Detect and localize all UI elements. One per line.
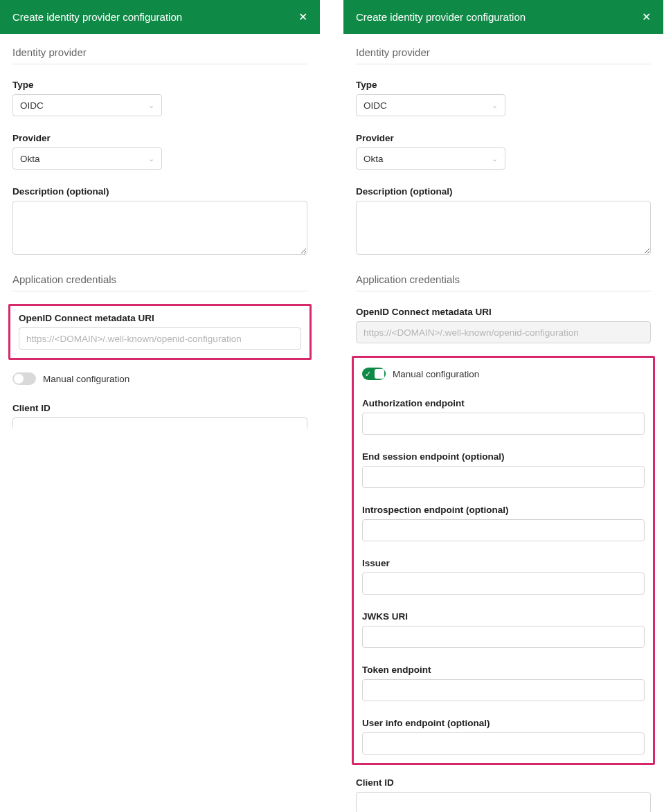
client-id-input[interactable] xyxy=(12,417,307,428)
description-textarea[interactable] xyxy=(356,201,651,255)
provider-label: Provider xyxy=(12,133,307,143)
description-label: Description (optional) xyxy=(12,186,307,197)
field-introspection: Introspection endpoint (optional) xyxy=(362,505,645,541)
userinfo-input[interactable] xyxy=(362,732,645,755)
type-select[interactable]: OIDC ⌄ xyxy=(356,94,505,116)
field-type: Type OIDC ⌄ xyxy=(356,80,651,116)
manual-config-label: Manual configuration xyxy=(393,369,479,379)
metadata-uri-label: OpenID Connect metadata URI xyxy=(356,307,651,317)
field-metadata-uri: OpenID Connect metadata URI xyxy=(356,307,651,343)
introspection-label: Introspection endpoint (optional) xyxy=(362,505,645,515)
field-end-session: End session endpoint (optional) xyxy=(362,451,645,488)
chevron-down-icon: ⌄ xyxy=(148,154,154,163)
client-id-input[interactable] xyxy=(356,792,651,812)
description-textarea[interactable] xyxy=(12,201,307,255)
type-select[interactable]: OIDC ⌄ xyxy=(12,94,162,116)
field-issuer: Issuer xyxy=(362,558,645,595)
client-id-label: Client ID xyxy=(12,403,307,413)
token-endpoint-input[interactable] xyxy=(362,679,645,701)
provider-value: Okta xyxy=(20,154,40,164)
section-application-credentials: Application credentials xyxy=(356,273,651,291)
field-description: Description (optional) xyxy=(356,186,651,257)
field-userinfo: User info endpoint (optional) xyxy=(362,718,645,755)
chevron-down-icon: ⌄ xyxy=(148,101,154,110)
callout-metadata-uri: OpenID Connect metadata URI xyxy=(8,304,312,360)
manual-config-label: Manual configuration xyxy=(43,374,129,384)
field-auth-endpoint: Authorization endpoint xyxy=(362,398,645,435)
close-icon[interactable]: ✕ xyxy=(642,12,651,23)
jwks-input[interactable] xyxy=(362,626,645,648)
callout-manual-config: ✓ Manual configuration Authorization end… xyxy=(352,356,655,765)
field-client-id: Client ID xyxy=(356,777,651,812)
provider-select[interactable]: Okta ⌄ xyxy=(356,147,505,170)
section-identity-provider: Identity provider xyxy=(12,46,307,64)
description-label: Description (optional) xyxy=(356,186,651,197)
type-label: Type xyxy=(12,80,307,90)
auth-endpoint-label: Authorization endpoint xyxy=(362,398,645,408)
panel-body: Identity provider Type OIDC ⌄ Provider O… xyxy=(343,34,663,812)
introspection-input[interactable] xyxy=(362,519,645,541)
manual-config-row: ✓ Manual configuration xyxy=(362,368,645,380)
chevron-down-icon: ⌄ xyxy=(492,101,498,110)
field-client-id: Client ID xyxy=(12,403,307,428)
field-provider: Provider Okta ⌄ xyxy=(12,133,307,170)
field-type: Type OIDC ⌄ xyxy=(12,80,307,116)
panel-body: Identity provider Type OIDC ⌄ Provider O… xyxy=(0,34,320,428)
metadata-uri-input xyxy=(356,321,651,343)
field-token-endpoint: Token endpoint xyxy=(362,665,645,701)
manual-config-row: Manual configuration xyxy=(12,372,307,385)
panel-right: Create identity provider configuration ✕… xyxy=(343,0,663,812)
issuer-input[interactable] xyxy=(362,572,645,595)
type-value: OIDC xyxy=(364,100,387,111)
section-application-credentials: Application credentials xyxy=(12,273,307,291)
type-value: OIDC xyxy=(20,100,44,111)
provider-select[interactable]: Okta ⌄ xyxy=(12,147,162,170)
panel-title: Create identity provider configuration xyxy=(12,11,182,23)
section-identity-provider: Identity provider xyxy=(356,46,651,64)
chevron-down-icon: ⌄ xyxy=(492,154,498,163)
field-metadata-uri: OpenID Connect metadata URI xyxy=(19,313,301,350)
client-id-label: Client ID xyxy=(356,777,651,788)
field-description: Description (optional) xyxy=(12,186,307,257)
manual-config-toggle[interactable]: ✓ xyxy=(362,368,386,380)
userinfo-label: User info endpoint (optional) xyxy=(362,718,645,728)
panel-header: Create identity provider configuration ✕ xyxy=(0,0,320,34)
metadata-uri-input[interactable] xyxy=(19,327,301,350)
metadata-uri-label: OpenID Connect metadata URI xyxy=(19,313,301,323)
panel-left: Create identity provider configuration ✕… xyxy=(0,0,320,428)
panel-title: Create identity provider configuration xyxy=(356,11,526,23)
type-label: Type xyxy=(356,80,651,90)
toggle-knob xyxy=(375,369,384,379)
issuer-label: Issuer xyxy=(362,558,645,568)
end-session-input[interactable] xyxy=(362,466,645,488)
end-session-label: End session endpoint (optional) xyxy=(362,451,645,462)
provider-label: Provider xyxy=(356,133,651,143)
manual-config-toggle[interactable] xyxy=(12,372,36,385)
token-endpoint-label: Token endpoint xyxy=(362,665,645,675)
field-jwks: JWKS URI xyxy=(362,611,645,648)
check-icon: ✓ xyxy=(365,369,371,379)
toggle-knob xyxy=(14,374,24,384)
provider-value: Okta xyxy=(364,154,384,164)
close-icon[interactable]: ✕ xyxy=(298,12,307,23)
panel-header: Create identity provider configuration ✕ xyxy=(343,0,663,34)
field-provider: Provider Okta ⌄ xyxy=(356,133,651,170)
jwks-label: JWKS URI xyxy=(362,611,645,622)
auth-endpoint-input[interactable] xyxy=(362,413,645,435)
